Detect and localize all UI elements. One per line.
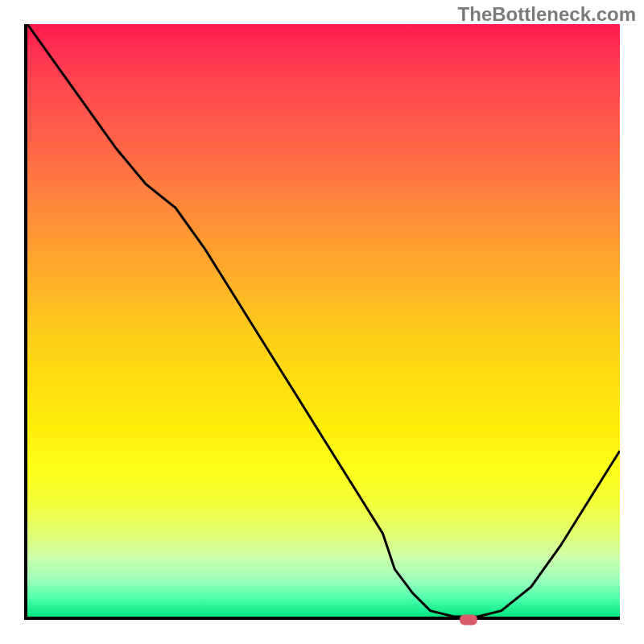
watermark-text: TheBottleneck.com <box>458 3 636 26</box>
chart-line <box>27 24 620 617</box>
data-marker <box>460 615 477 625</box>
chart-area <box>24 24 620 620</box>
